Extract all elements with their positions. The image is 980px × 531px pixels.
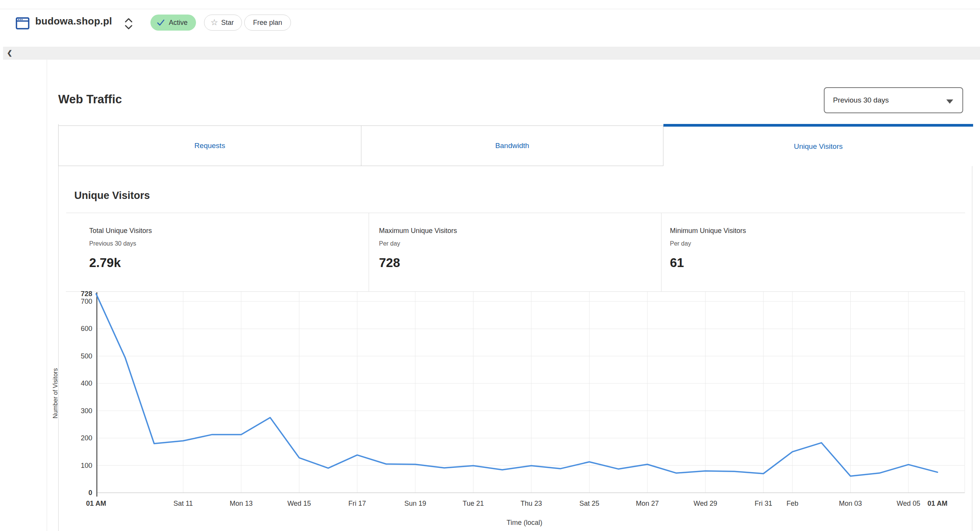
date-range-select[interactable]: Previous 30 days xyxy=(824,87,963,113)
tab-requests-label: Requests xyxy=(194,142,225,150)
stat-value: 2.79k xyxy=(89,256,369,270)
stat-value: 728 xyxy=(379,256,661,270)
tab-bar: Requests Bandwidth Unique Visitors xyxy=(58,124,973,166)
stat-total-unique-visitors: Total Unique Visitors Previous 30 days 2… xyxy=(66,213,369,292)
status-badge: Active xyxy=(150,15,196,31)
caret-down-icon xyxy=(946,99,953,104)
page-title: Web Traffic xyxy=(58,93,122,106)
tab-bandwidth-label: Bandwidth xyxy=(495,142,529,150)
sidebar-edge-divider xyxy=(47,60,47,531)
stats-row: Total Unique Visitors Previous 30 days 2… xyxy=(66,213,965,292)
stat-label: Maximum Unique Visitors xyxy=(379,227,661,235)
stat-minimum-unique-visitors: Minimum Unique Visitors Per day 61 xyxy=(661,213,965,292)
stat-label: Total Unique Visitors xyxy=(89,227,369,235)
date-range-value: Previous 30 days xyxy=(825,96,889,104)
star-icon: ☆ xyxy=(211,18,218,27)
y-axis-title: Number of Visitors xyxy=(52,368,59,418)
stat-label: Minimum Unique Visitors xyxy=(670,227,965,235)
star-button[interactable]: ☆ Star xyxy=(204,15,242,31)
top-divider xyxy=(0,9,980,9)
stat-sublabel: Previous 30 days xyxy=(89,240,369,247)
stat-value: 61 xyxy=(670,256,965,270)
plan-badge-label: Free plan xyxy=(253,19,282,27)
site-name: budowa.shop.pl xyxy=(35,15,112,27)
collapse-bar xyxy=(3,47,980,60)
tab-bandwidth[interactable]: Bandwidth xyxy=(361,125,663,166)
star-button-label: Star xyxy=(221,19,234,27)
tab-unique-visitors-label: Unique Visitors xyxy=(794,142,843,151)
chevron-left-icon[interactable]: ❮ xyxy=(7,47,12,60)
status-badge-label: Active xyxy=(169,19,188,27)
page: budowa.shop.pl Active ☆ Star Free plan ❮… xyxy=(0,0,980,531)
stat-sublabel: Per day xyxy=(670,240,965,247)
section-heading: Unique Visitors xyxy=(74,190,150,202)
tab-requests[interactable]: Requests xyxy=(58,125,361,166)
traffic-panel: Requests Bandwidth Unique Visitors Uniqu… xyxy=(58,124,972,531)
stat-sublabel: Per day xyxy=(379,240,661,247)
plan-badge: Free plan xyxy=(244,15,291,31)
chevrons-up-down-icon[interactable] xyxy=(123,17,134,31)
tab-unique-visitors[interactable]: Unique Visitors xyxy=(663,124,973,166)
stat-maximum-unique-visitors: Maximum Unique Visitors Per day 728 xyxy=(369,213,661,292)
browser-window-icon xyxy=(15,16,30,31)
check-icon xyxy=(157,18,165,27)
